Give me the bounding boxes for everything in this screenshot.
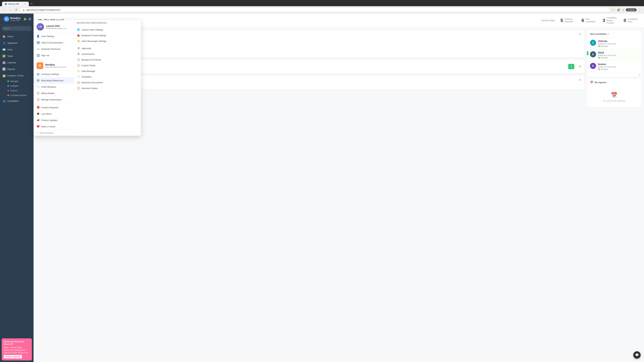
recruit-data-manager[interactable]: 🏷️ Data Manager [74, 68, 141, 74]
menu-subscription[interactable]: 📋 Manage Subscription [34, 96, 74, 103]
live-demo-label: Live Demo [41, 113, 52, 115]
help-icon: ℹ️ [36, 41, 40, 44]
company-info: Moodjoy https://moodjoy.breezy.hr/ [45, 63, 66, 68]
user-settings-icon: 👤 [36, 35, 40, 38]
subscription-icon: 📋 [36, 98, 40, 101]
company-url: https://moodjoy.breezy.hr/ [45, 66, 66, 68]
menu-feature-requests[interactable]: 🎁 Feature Requests [34, 104, 74, 111]
recruiting-prefs-arrow: › [70, 79, 70, 82]
recruit-divider-1 [74, 44, 141, 45]
product-updates-label: Product Updates [41, 119, 58, 121]
menu-billing[interactable]: 📋 Billing Details [34, 90, 74, 96]
hello-messenger-icon: 👋 [77, 40, 80, 42]
menu-product-updates[interactable]: 📣 Product Updates [34, 117, 74, 123]
menu-left: LD Lauren Deli 840ea2f0@moodjoy.com 👤 Us… [34, 20, 74, 136]
careers-sites-label: Careers Sites Settings [82, 28, 103, 31]
billing-label: Billing Details [41, 92, 54, 94]
company-settings-label: Company Settings [41, 73, 59, 75]
custom-fields-label: Custom Fields [82, 64, 96, 67]
help-label: Help & Documentation [41, 41, 63, 44]
signout-label: Sign out [41, 54, 49, 57]
dropdown-menu: LD Lauren Deli 840ea2f0@moodjoy.com 👤 Us… [34, 20, 141, 136]
refer-label: Refer a Friend [41, 125, 55, 128]
recruit-electronic-docs[interactable]: 📋 Electronic Documents [74, 80, 141, 85]
feature-requests-icon: 🎁 [36, 106, 40, 109]
templates-label: Templates [82, 76, 92, 78]
templates-icon: 📄 [77, 75, 80, 78]
recruit-interview-guides[interactable]: 📋 Interview Guides [74, 85, 141, 91]
employee-portal-label: Employee Portal Settings [82, 34, 106, 37]
interview-guides-icon: 📋 [77, 87, 80, 89]
company-avatar: M [36, 62, 43, 69]
user-header: LD Lauren Deli 840ea2f0@moodjoy.com [34, 20, 74, 33]
live-demo-icon: 🎓 [36, 112, 40, 115]
refer-icon: ❤️ [36, 125, 40, 128]
background-checks-icon: 📋 [77, 58, 80, 61]
company-settings-icon: 🏢 [36, 72, 40, 76]
add-company-label: Add Company [40, 132, 53, 134]
company-name: Moodjoy [45, 63, 66, 66]
interview-guides-label: Interview Guides [82, 87, 98, 89]
recruit-careers-sites[interactable]: 🌐 Careers Sites Settings [74, 27, 141, 32]
background-checks-label: Background Checks [82, 58, 101, 61]
add-icon: + [36, 132, 38, 134]
menu-invite[interactable]: ✉️ Invite Members [34, 84, 74, 90]
menu-company-settings[interactable]: 🏢 Company Settings [34, 71, 74, 77]
assessments-label: Assessments [82, 53, 94, 55]
chat-bubble-btn[interactable]: 💬 [633, 351, 641, 359]
billing-icon: 📋 [36, 92, 40, 95]
menu-refer[interactable]: ❤️ Refer a Friend › [34, 123, 74, 130]
recruiting-prefs-label: Recruiting Preferences [41, 79, 64, 82]
recruit-section-title: Recruiting Preferences [74, 20, 141, 25]
recruit-background[interactable]: 📋 Background Checks [74, 57, 141, 62]
approvals-icon: 🛡️ [77, 47, 80, 50]
user-name: Lauren Deli [46, 24, 66, 27]
user-settings-label: User Settings [41, 35, 54, 37]
data-manager-label: Data Manager [82, 70, 95, 72]
menu-divider-2 [34, 103, 74, 104]
approvals-label: Approvals [82, 47, 91, 50]
signout-icon: ↩️ [36, 54, 40, 57]
menu-signout[interactable]: ↩️ Sign out [34, 52, 74, 58]
chat-icon: 💬 [635, 353, 639, 357]
company-header: M Moodjoy https://moodjoy.breezy.hr/ [34, 60, 74, 71]
refer-arrow: › [70, 125, 70, 128]
recruit-hello-messenger[interactable]: 👋 Hello Messenger Settings [74, 38, 141, 44]
employee-portal-icon: 📥 [77, 34, 80, 37]
electronic-docs-label: Electronic Documents [82, 81, 103, 84]
recruit-employee-portal[interactable]: 📥 Employee Portal Settings [74, 32, 141, 38]
menu-live-demo[interactable]: 🎓 Live Demo [34, 111, 74, 117]
invite-icon: ✉️ [36, 85, 40, 88]
assessments-icon: 🛡️ [77, 53, 80, 55]
invite-label: Invite Members [41, 86, 56, 88]
user-avatar-large: LD [36, 23, 44, 30]
menu-right: Recruiting Preferences 🌐 Careers Sites S… [74, 20, 141, 136]
user-email: 840ea2f0@moodjoy.com [46, 27, 66, 29]
hello-messenger-label: Hello Messenger Settings [82, 40, 106, 42]
recruit-assessments[interactable]: 🛡️ Assessments [74, 51, 141, 57]
menu-help[interactable]: ℹ️ Help & Documentation [34, 39, 74, 46]
menu-keyboard[interactable]: ⌨️ Keyboard Shortcuts [34, 46, 74, 52]
careers-sites-icon: 🌐 [77, 28, 80, 31]
feature-requests-label: Feature Requests [41, 106, 58, 109]
recruit-custom-fields[interactable]: 📋 Custom Fields [74, 62, 141, 68]
menu-recruiting-prefs[interactable]: ⚙️ Recruiting Preferences › [34, 77, 74, 84]
recruiting-prefs-icon: ⚙️ [36, 79, 40, 82]
recruit-approvals[interactable]: 🛡️ Approvals [74, 45, 141, 51]
data-manager-icon: 🏷️ [77, 70, 80, 72]
keyboard-icon: ⌨️ [36, 47, 40, 50]
product-updates-icon: 📣 [36, 119, 40, 122]
recruit-templates[interactable]: 📄 Templates [74, 74, 141, 80]
custom-fields-icon: 📋 [77, 64, 80, 67]
menu-user-settings[interactable]: 👤 User Settings [34, 33, 74, 39]
electronic-docs-icon: 📋 [77, 81, 80, 84]
subscription-label: Manage Subscription [41, 98, 62, 101]
keyboard-label: Keyboard Shortcuts [41, 48, 60, 50]
user-info: Lauren Deli 840ea2f0@moodjoy.com [46, 24, 66, 29]
add-company-btn[interactable]: + Add Company [34, 130, 74, 136]
